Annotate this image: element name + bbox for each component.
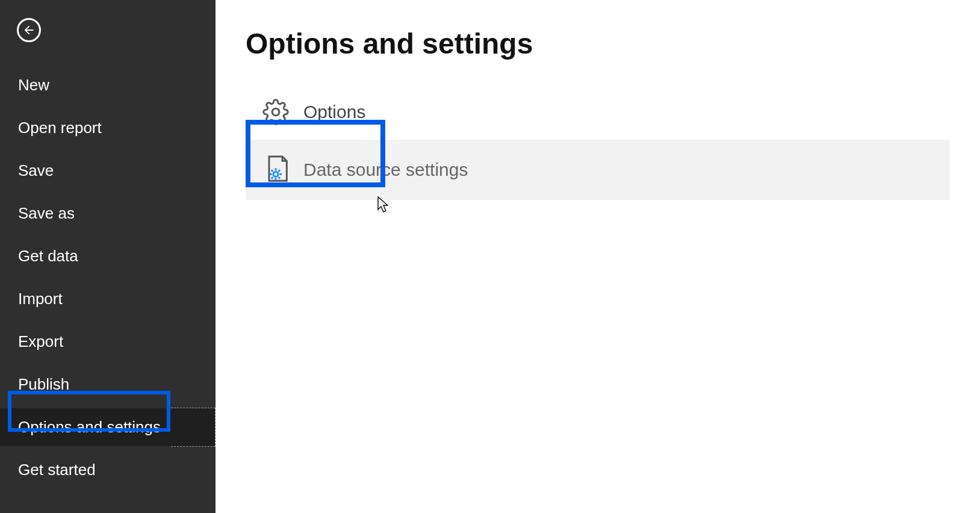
- menu-item-save-as[interactable]: Save as: [0, 194, 216, 232]
- menu-item-open-report[interactable]: Open report: [0, 109, 216, 147]
- gear-icon: [262, 99, 289, 125]
- menu-item-label: New: [18, 76, 49, 94]
- menu-item-publish[interactable]: Publish: [0, 365, 216, 403]
- menu-item-label: Export: [18, 332, 63, 350]
- svg-line-6: [271, 170, 273, 172]
- option-row-label: Options: [303, 102, 365, 122]
- menu-item-save[interactable]: Save: [0, 152, 216, 190]
- option-row-label: Data source settings: [303, 160, 468, 180]
- back-arrow-icon: [22, 23, 36, 37]
- file-menu-sidebar: New Open report Save Save as Get data Im…: [0, 0, 216, 513]
- menu-item-label: Publish: [18, 375, 69, 393]
- menu-item-import[interactable]: Import: [0, 280, 216, 318]
- menu-item-get-data[interactable]: Get data: [0, 237, 216, 275]
- menu-item-label: Open report: [18, 119, 102, 137]
- svg-point-1: [273, 172, 278, 176]
- svg-line-9: [279, 170, 281, 172]
- data-source-settings-icon: [262, 154, 289, 185]
- menu-item-new[interactable]: New: [0, 66, 216, 104]
- page-title: Options and settings: [246, 27, 950, 60]
- svg-line-8: [271, 177, 273, 179]
- menu-item-label: Get data: [18, 247, 78, 265]
- content-pane: Options and settings Options Data source…: [216, 0, 980, 513]
- menu-item-options-and-settings[interactable]: Options and settings: [0, 408, 216, 446]
- menu-item-label: Get started: [18, 461, 96, 479]
- menu-item-label: Options and settings: [18, 418, 161, 436]
- option-row-options[interactable]: Options: [246, 84, 950, 140]
- menu-item-export[interactable]: Export: [0, 323, 216, 361]
- svg-line-7: [279, 177, 281, 179]
- menu-item-get-started[interactable]: Get started: [0, 451, 216, 489]
- menu-item-label: Save as: [18, 204, 75, 222]
- menu-item-label: Import: [18, 290, 63, 308]
- svg-point-0: [272, 108, 279, 116]
- back-button[interactable]: [17, 18, 41, 42]
- option-row-data-source-settings[interactable]: Data source settings: [246, 140, 950, 200]
- menu-item-label: Save: [18, 161, 54, 179]
